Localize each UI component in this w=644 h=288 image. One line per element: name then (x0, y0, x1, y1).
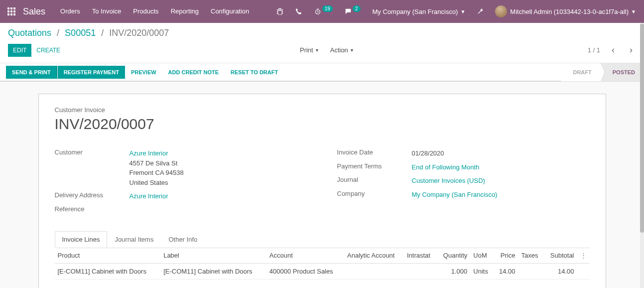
menu-orders[interactable]: Orders (54, 0, 86, 23)
cell-account: 400000 Product Sales (266, 263, 344, 279)
th-intrastat: Intrastat (404, 248, 437, 264)
delivery-label: Delivery Address (55, 191, 129, 201)
fields-left: Customer Azure Interior 4557 De Silva St… (55, 146, 307, 215)
th-product: Product (55, 248, 161, 264)
company-name: My Company (San Francisco) (373, 8, 458, 15)
caret-down-icon: ▼ (460, 9, 465, 14)
invoice-lines-table: Product Label Account Analytic Account I… (55, 248, 590, 280)
delivery-link[interactable]: Azure Interior (129, 192, 168, 200)
systray: 19 2 My Company (San Francisco) ▼ Mitche… (271, 0, 640, 23)
customer-link[interactable]: Azure Interior (129, 149, 168, 157)
breadcrumb-quotations[interactable]: Quotations (8, 28, 51, 38)
edit-button[interactable]: EDIT (8, 44, 31, 57)
cell-subtotal: 14.00 (544, 263, 577, 279)
sheet-subtitle: Customer Invoice (55, 106, 590, 114)
customer-addr2: Fremont CA 94538 (129, 169, 184, 176)
timer-icon[interactable]: 19 (309, 0, 338, 23)
register-payment-button[interactable]: Register Payment (58, 66, 125, 79)
journal-link[interactable]: Customer Invoices (USD) (412, 177, 485, 184)
reference-label: Reference (55, 205, 129, 213)
caret-down-icon: ▾ (351, 47, 353, 53)
cell-analytic (344, 263, 404, 279)
th-subtotal: Subtotal (544, 248, 577, 264)
company-switcher[interactable]: My Company (San Francisco) ▼ (368, 8, 471, 15)
svg-rect-0 (7, 7, 9, 9)
chat-badge: 2 (353, 5, 361, 12)
fields-right: Invoice Date 01/28/2020 Payment Terms En… (337, 146, 590, 215)
notebook-tabs: Invoice Lines Journal Items Other Info (55, 231, 590, 248)
app-brand[interactable]: Sales (19, 6, 54, 17)
tab-other-info[interactable]: Other Info (161, 231, 205, 248)
reset-draft-button[interactable]: Reset to Draft (225, 66, 284, 79)
svg-rect-2 (13, 7, 15, 9)
th-taxes: Taxes (518, 248, 543, 264)
svg-rect-6 (7, 13, 9, 15)
cell-product: [E-COM11] Cabinet with Doors (55, 263, 161, 279)
menu-reporting[interactable]: Reporting (165, 0, 205, 23)
breadcrumb-current: INV/2020/0007 (109, 28, 169, 38)
table-row[interactable]: [E-COM11] Cabinet with Doors [E-COM11] C… (55, 263, 590, 279)
row-kebab-icon (577, 263, 590, 279)
control-panel: Quotations / S00051 / INV/2020/0007 EDIT… (0, 23, 644, 63)
pager: 1 / 1 (588, 46, 600, 54)
menu-configuration[interactable]: Configuration (205, 0, 255, 23)
breadcrumb-sep: / (57, 28, 59, 38)
svg-rect-5 (13, 10, 15, 12)
cell-label: [E-COM11] Cabinet with Doors (160, 263, 266, 279)
cell-quantity: 1.000 (437, 263, 470, 279)
th-options-icon[interactable]: ⋮ (577, 248, 590, 264)
wrench-icon[interactable] (472, 0, 489, 23)
svg-rect-7 (10, 13, 12, 15)
create-button[interactable]: CREATE (31, 44, 65, 57)
invoice-date-label: Invoice Date (337, 148, 412, 158)
th-analytic: Analytic Account (344, 248, 404, 264)
caret-down-icon: ▼ (631, 9, 636, 14)
chat-icon[interactable]: 2 (340, 0, 366, 23)
scrollbar-thumb[interactable] (640, 23, 644, 233)
sheet-title: INV/2020/0007 (55, 116, 590, 133)
pager-next[interactable]: › (626, 45, 636, 55)
th-quantity: Quantity (437, 248, 470, 264)
preview-button[interactable]: Preview (125, 66, 162, 79)
avatar (495, 5, 507, 17)
th-price: Price (494, 248, 518, 264)
menu-to-invoice[interactable]: To Invoice (86, 0, 128, 23)
send-print-button[interactable]: Send & Print (6, 66, 57, 79)
reference-value (129, 205, 307, 213)
menu-products[interactable]: Products (127, 0, 164, 23)
form-sheet: Customer Invoice INV/2020/0007 Customer … (38, 94, 606, 288)
company-link[interactable]: My Company (San Francisco) (412, 191, 498, 198)
timer-badge: 19 (322, 5, 333, 12)
tab-journal-items[interactable]: Journal Items (107, 231, 161, 248)
svg-rect-8 (13, 13, 15, 15)
apps-icon[interactable] (4, 7, 19, 15)
user-menu[interactable]: Mitchell Admin (1033442-13-0-ac1f7a-all)… (491, 5, 640, 17)
breadcrumb-sep: / (101, 28, 104, 38)
breadcrumb-order[interactable]: S00051 (65, 28, 96, 38)
breadcrumb: Quotations / S00051 / INV/2020/0007 (8, 28, 636, 38)
sheet-background: Customer Invoice INV/2020/0007 Customer … (0, 81, 644, 288)
svg-rect-3 (7, 10, 9, 12)
payment-terms-link[interactable]: End of Following Month (412, 163, 480, 171)
bug-icon[interactable] (271, 0, 288, 23)
status-draft[interactable]: Draft (561, 63, 600, 81)
print-label: Print (300, 46, 313, 54)
status-posted[interactable]: Posted (601, 63, 644, 81)
invoice-date-value: 01/28/2020 (412, 148, 590, 158)
add-credit-note-button[interactable]: Add Credit Note (162, 66, 225, 79)
tab-invoice-lines[interactable]: Invoice Lines (55, 231, 108, 248)
caret-down-icon: ▾ (316, 47, 318, 53)
pager-prev[interactable]: ‹ (608, 45, 618, 55)
cell-taxes (518, 263, 543, 279)
customer-addr1: 4557 De Silva St (129, 159, 178, 167)
cell-uom: Units (470, 263, 493, 279)
th-uom: UoM (470, 248, 493, 264)
action-label: Action (330, 46, 348, 54)
top-navbar: Sales Orders To Invoice Products Reporti… (0, 0, 644, 23)
print-dropdown[interactable]: Print ▾ (296, 43, 322, 57)
main-menu: Orders To Invoice Products Reporting Con… (54, 0, 255, 23)
phone-icon[interactable] (290, 0, 307, 23)
action-dropdown[interactable]: Action ▾ (326, 43, 357, 57)
scrollbar[interactable] (640, 23, 644, 288)
svg-rect-1 (10, 7, 12, 9)
